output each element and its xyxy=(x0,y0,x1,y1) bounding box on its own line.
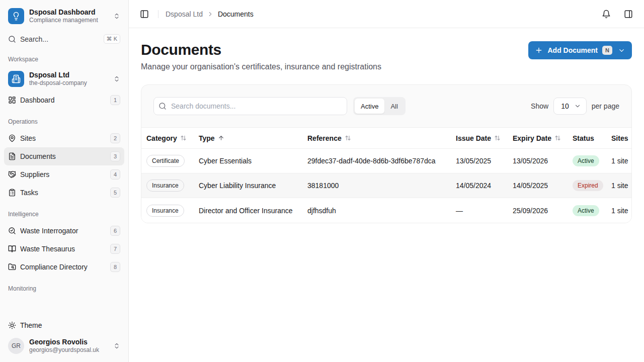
column-label: Expiry Date xyxy=(513,134,551,142)
sidebar-item-waste-thesaurus[interactable]: Waste Thesaurus 7 xyxy=(4,240,124,258)
main-area: Dsposal Ltd Documents xyxy=(129,0,644,362)
sidebar-item-badge: 7 xyxy=(110,244,120,254)
breadcrumb-parent[interactable]: Dsposal Ltd xyxy=(166,10,203,18)
clipped-nav-area: Activity xyxy=(4,296,124,301)
sidebar-item-label: Compliance Directory xyxy=(20,263,106,271)
divider xyxy=(158,10,158,18)
sort-icon xyxy=(494,135,501,141)
chevrons-up-down-icon xyxy=(113,13,120,20)
sidebar-item-badge: 1 xyxy=(110,95,120,105)
dashboard-icon xyxy=(8,96,16,104)
search-label: Search... xyxy=(20,35,100,43)
column-label: Status xyxy=(573,134,594,142)
app-switcher[interactable]: Dsposal Dashboard Compliance management xyxy=(4,4,124,28)
book-open-icon xyxy=(8,245,16,253)
sidebar-item-label: Dashboard xyxy=(20,96,106,104)
sidebar-item-badge: 2 xyxy=(110,133,120,143)
sort-icon xyxy=(345,135,351,141)
table-row[interactable]: Insurance Director and Officer Insurance… xyxy=(141,198,631,223)
column-label: Sites xyxy=(611,134,628,142)
expiry-date: 25/09/2026 xyxy=(508,207,568,215)
column-header-expiry-date[interactable]: Expiry Date xyxy=(508,134,568,142)
table-row[interactable]: Insurance Cyber Liability Insurance 3818… xyxy=(141,173,631,198)
sites-count: 1 site xyxy=(606,157,631,165)
file-text-icon xyxy=(8,152,16,160)
issue-date: 13/05/2025 xyxy=(451,157,508,165)
app-title: Dsposal Dashboard xyxy=(29,8,108,17)
sidebar-item-waste-interrogator[interactable]: Waste Interrogator 6 xyxy=(4,222,124,240)
category-badge: Certificate xyxy=(146,155,185,167)
app-logo xyxy=(8,8,24,24)
workspace-switcher[interactable]: Dsposal Ltd the-dsposal-company xyxy=(4,67,124,91)
sidebar-item-documents[interactable]: Documents 3 xyxy=(4,147,124,165)
add-document-button[interactable]: Add Document N xyxy=(528,41,632,59)
section-label-operations: Operations xyxy=(4,118,124,125)
filter-tab-all[interactable]: All xyxy=(384,99,404,114)
sort-icon xyxy=(554,135,561,141)
sites-count: 1 site xyxy=(606,207,631,215)
panel-left-icon xyxy=(140,10,149,19)
sidebar-item-sites[interactable]: Sites 2 xyxy=(4,129,124,147)
sidebar-item-badge: 3 xyxy=(110,151,120,161)
chevrons-up-down-icon xyxy=(113,342,120,349)
search-icon xyxy=(8,35,16,43)
page-size-value: 10 xyxy=(561,102,569,110)
sidebar-toggle-button[interactable] xyxy=(138,8,151,21)
sidebar-item-suppliers[interactable]: Suppliers 4 xyxy=(4,165,124,184)
global-search-button[interactable]: Search... ⌘ K xyxy=(4,31,124,47)
page-content: Documents Manage your organisation's cer… xyxy=(129,28,644,223)
workspace-name: Dsposal Ltd xyxy=(29,71,108,79)
column-header-reference[interactable]: Reference xyxy=(302,134,451,142)
document-type: Cyber Essentials xyxy=(194,157,302,165)
show-label: Show xyxy=(531,102,548,110)
theme-toggle[interactable]: Theme xyxy=(4,317,124,334)
document-reference: 29fdec37-dadf-40de-8d6b-3df6be787dca xyxy=(302,157,451,165)
column-label: Category xyxy=(146,134,177,142)
section-label-workspace: Workspace xyxy=(4,56,124,63)
page-size-select[interactable]: 10 xyxy=(553,98,587,115)
sidebar-item-badge: 4 xyxy=(110,169,120,179)
section-label-intelligence: Intelligence xyxy=(4,211,124,218)
column-label: Issue Date xyxy=(456,134,491,142)
map-pin-icon xyxy=(8,134,16,142)
chevron-right-icon xyxy=(207,11,214,18)
column-header-category[interactable]: Category xyxy=(141,134,194,142)
sidebar-item-badge: 6 xyxy=(110,226,120,236)
chevron-down-icon xyxy=(574,103,581,110)
column-label: Type xyxy=(199,134,215,142)
category-badge: Insurance xyxy=(146,179,184,192)
sidebar-footer: Theme GR Georgios Rovolis georgios@yourd… xyxy=(4,317,124,358)
documents-search-input[interactable] xyxy=(153,97,347,115)
table-row[interactable]: Certificate Cyber Essentials 29fdec37-da… xyxy=(141,149,631,173)
status-filter-toggle: Active All xyxy=(353,97,406,115)
sidebar-item-dashboard[interactable]: Dashboard 1 xyxy=(4,91,124,109)
section-label-monitoring: Monitoring xyxy=(4,285,124,292)
sidebar-item-label: Waste Thesaurus xyxy=(20,245,106,253)
user-menu[interactable]: GR Georgios Rovolis georgios@yourdsposal… xyxy=(4,334,124,358)
chevron-down-icon xyxy=(618,47,625,54)
issue-date: 14/05/2024 xyxy=(451,182,508,190)
column-header-issue-date[interactable]: Issue Date xyxy=(451,134,508,142)
building-icon xyxy=(8,71,24,87)
user-name: Georgios Rovolis xyxy=(29,338,108,346)
document-type: Director and Officer Insurance xyxy=(194,207,302,215)
sidebar-item-activity[interactable]: Activity xyxy=(4,296,124,301)
app-root: Dsposal Dashboard Compliance management … xyxy=(0,0,644,362)
page-title: Documents xyxy=(141,41,381,58)
breadcrumb-current: Documents xyxy=(218,10,254,18)
notifications-button[interactable] xyxy=(600,8,613,21)
right-panel-toggle-button[interactable] xyxy=(622,8,635,21)
theme-label: Theme xyxy=(20,321,42,329)
filter-tab-active[interactable]: Active xyxy=(355,99,384,114)
sidebar-item-compliance-directory[interactable]: Compliance Directory 8 xyxy=(4,258,124,276)
expiry-date: 13/05/2026 xyxy=(508,157,568,165)
handshake-icon xyxy=(8,170,16,178)
plus-icon xyxy=(535,46,543,54)
search-check-icon xyxy=(8,227,16,235)
sidebar-item-badge: 8 xyxy=(110,262,120,272)
avatar: GR xyxy=(8,338,24,354)
sidebar-item-tasks[interactable]: Tasks 5 xyxy=(4,184,124,202)
folder-search-icon xyxy=(8,263,16,271)
workspace-slug: the-dsposal-company xyxy=(29,79,108,87)
column-header-type[interactable]: Type xyxy=(194,134,302,142)
